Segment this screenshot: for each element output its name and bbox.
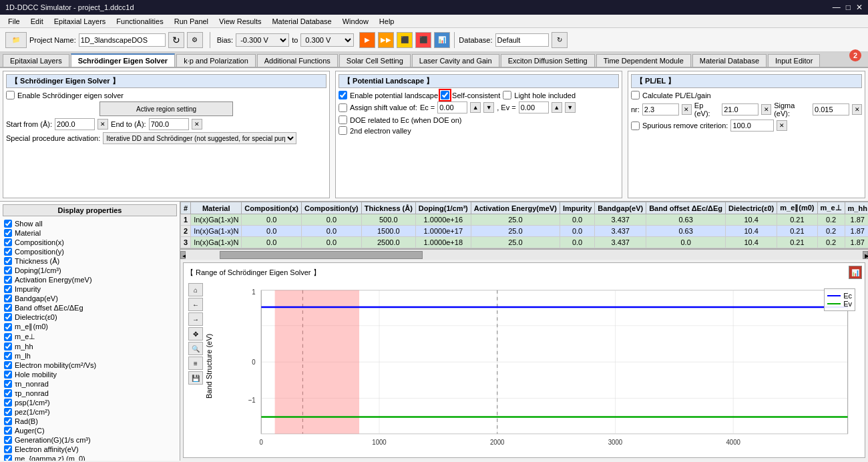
doe-checkbox[interactable]: [339, 116, 347, 124]
ec-up-btn[interactable]: ▲: [470, 102, 481, 113]
bias-from-select[interactable]: -0.300 V: [236, 33, 289, 47]
pez-checkbox[interactable]: [4, 408, 12, 416]
refresh-btn[interactable]: ↻: [168, 32, 184, 48]
table-row[interactable]: 1In(x)Ga(1-x)N0.00.0500.01.0000e+1625.00…: [181, 214, 869, 226]
auger-checkbox[interactable]: [4, 427, 12, 435]
scroll-left-btn[interactable]: ◄: [180, 251, 186, 259]
table-row[interactable]: 2In(x)Ga(1-x)N0.00.01500.01.0000e+1725.0…: [181, 226, 869, 237]
tool-zoom[interactable]: 🔍: [188, 342, 203, 355]
tab-inputeditor[interactable]: Input Editor: [768, 54, 820, 67]
sigma-clear[interactable]: ✕: [852, 104, 862, 115]
dielectric-checkbox[interactable]: [4, 313, 12, 321]
run-btn3[interactable]: ⬛: [397, 32, 413, 48]
tp-checkbox[interactable]: [4, 389, 12, 397]
impurity-checkbox[interactable]: [4, 285, 12, 293]
scroll-thumb[interactable]: [220, 251, 423, 259]
self-consistent-checkbox[interactable]: [441, 91, 449, 99]
close-btn[interactable]: ✕: [856, 3, 863, 12]
settings-btn[interactable]: ⚙: [187, 32, 203, 48]
data-table-container[interactable]: # Material Composition(x) Composition(y)…: [180, 202, 868, 249]
assign-shift-checkbox[interactable]: [339, 103, 347, 112]
database-refresh-btn[interactable]: ↻: [552, 32, 568, 48]
generation-checkbox[interactable]: [4, 436, 12, 444]
tab-kp[interactable]: k·p and Polarization: [176, 54, 256, 67]
tool-move[interactable]: ✥: [188, 327, 203, 340]
chart-btn[interactable]: 📊: [434, 32, 450, 48]
menu-epitaxial[interactable]: Epitaxial Layers: [49, 16, 112, 27]
electronaffinity-checkbox[interactable]: [4, 445, 12, 453]
thickness-checkbox[interactable]: [4, 257, 12, 265]
compy-checkbox[interactable]: [4, 248, 12, 256]
database-input[interactable]: [495, 33, 549, 47]
tab-solar[interactable]: Solar Cell Setting: [339, 54, 411, 67]
mhh-checkbox[interactable]: [4, 342, 12, 351]
start-from-clear[interactable]: ✕: [97, 119, 108, 130]
psp-checkbox[interactable]: [4, 399, 12, 407]
project-name-input[interactable]: [79, 33, 166, 47]
tn-checkbox[interactable]: [4, 380, 12, 388]
spurious-input[interactable]: [730, 120, 774, 132]
bandoffset-checkbox[interactable]: [4, 304, 12, 312]
ev-up-btn[interactable]: ▲: [552, 102, 562, 113]
material-checkbox[interactable]: [4, 229, 12, 237]
chart-icon-btn[interactable]: 📊: [849, 266, 862, 279]
ep-input[interactable]: [722, 103, 758, 116]
tool-back[interactable]: ←: [188, 298, 203, 311]
tab-materialdb[interactable]: Material Database: [692, 54, 767, 67]
tool-save[interactable]: 💾: [188, 371, 203, 385]
menu-runpanel[interactable]: Run Panel: [169, 16, 214, 27]
open-folder-btn[interactable]: 📁: [5, 32, 27, 48]
tab-epitaxial[interactable]: Epitaxial Layers: [3, 54, 69, 67]
tab-additional[interactable]: Additional Functions: [257, 54, 338, 67]
tab-timedep[interactable]: Time Dependent Module: [596, 54, 691, 67]
scroll-track[interactable]: [186, 251, 863, 259]
tab-schrodinger[interactable]: Schrödinger Eigen Solver: [71, 53, 175, 67]
run-btn4[interactable]: ⬛: [415, 32, 431, 48]
second-electron-checkbox[interactable]: [339, 126, 347, 135]
tool-settings[interactable]: ≡: [188, 357, 203, 370]
spurious-clear[interactable]: ✕: [777, 120, 787, 131]
bias-to-select[interactable]: 0.300 V: [300, 33, 354, 47]
meperp-checkbox[interactable]: [4, 333, 12, 341]
rad-checkbox[interactable]: [4, 417, 12, 425]
minimize-btn[interactable]: —: [833, 3, 841, 12]
active-region-btn[interactable]: Active region setting: [99, 101, 233, 116]
bandgap-checkbox[interactable]: [4, 294, 12, 302]
special-proc-select[interactable]: Iterative DD and Schrödinger (not sugges…: [103, 132, 296, 144]
spurious-checkbox[interactable]: [631, 122, 640, 130]
tab-exciton[interactable]: Exciton Diffusion Setting: [501, 54, 595, 67]
tool-forward[interactable]: →: [188, 312, 203, 326]
scroll-right-btn[interactable]: ►: [863, 251, 868, 259]
end-to-clear[interactable]: ✕: [192, 119, 202, 130]
maximize-btn[interactable]: □: [846, 3, 851, 12]
menu-materialdatabase[interactable]: Material Database: [266, 16, 337, 27]
table-row[interactable]: 3In(x)Ga(1-x)N0.00.02500.01.0000e+1825.0…: [181, 237, 869, 248]
enable-potential-checkbox[interactable]: [339, 91, 347, 99]
ec-down-btn[interactable]: ▼: [483, 102, 494, 113]
enable-schrodinger-checkbox[interactable]: [6, 91, 15, 99]
nr-input[interactable]: [642, 103, 679, 116]
compx-checkbox[interactable]: [4, 238, 12, 246]
electronmob-checkbox[interactable]: [4, 361, 12, 369]
run-btn2[interactable]: ▶▶: [378, 32, 394, 48]
start-from-input[interactable]: [55, 118, 95, 130]
holemob-checkbox[interactable]: [4, 371, 12, 379]
ep-clear[interactable]: ✕: [761, 104, 771, 115]
light-hole-checkbox[interactable]: [503, 91, 511, 99]
tab-laser[interactable]: Laser Cavity and Gain: [412, 54, 499, 67]
menu-window[interactable]: Window: [337, 16, 374, 27]
sigma-input[interactable]: [813, 103, 849, 116]
ev-input[interactable]: [519, 101, 549, 113]
megammaz-checkbox[interactable]: [4, 455, 12, 461]
end-to-input[interactable]: [149, 118, 189, 130]
menu-help[interactable]: Help: [374, 16, 400, 27]
calculate-plel-checkbox[interactable]: [631, 91, 640, 99]
nr-clear[interactable]: ✕: [682, 104, 692, 115]
show-all-checkbox[interactable]: [4, 220, 12, 228]
horizontal-scrollbar[interactable]: ◄ ►: [180, 249, 868, 260]
doping-checkbox[interactable]: [4, 266, 12, 274]
meparallel-checkbox[interactable]: [4, 323, 12, 331]
menu-edit[interactable]: Edit: [25, 16, 49, 27]
menu-file[interactable]: File: [3, 16, 25, 27]
run-btn1[interactable]: ▶: [359, 32, 375, 48]
